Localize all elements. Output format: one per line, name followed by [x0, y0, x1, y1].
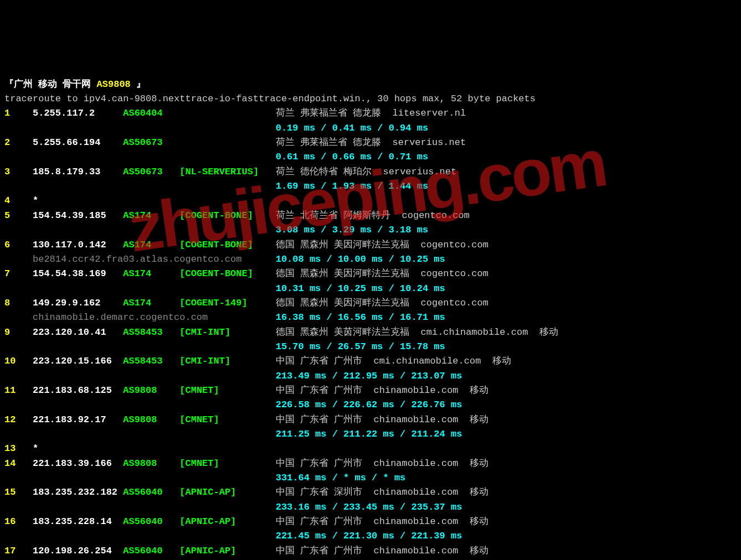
- hop-location: 中国 广东省 广州市 chinamobile.com 移动: [276, 516, 488, 527]
- hop-location: 中国 广东省 广州市 cmi.chinamobile.com 移动: [276, 356, 511, 366]
- hop-tag: [COGENT-BONE]: [179, 268, 275, 279]
- hop-num: 8: [4, 298, 33, 308]
- hop-num: 10: [4, 356, 33, 366]
- header-prefix: 『广州 移动 骨干网: [4, 79, 91, 90]
- hop-latency: 0.61 ms / 0.66 ms / 0.71 ms: [276, 152, 428, 162]
- hop-latency: 10.08 ms / 10.00 ms / 10.25 ms: [276, 254, 445, 265]
- hop-ip: 185.8.179.33: [33, 167, 123, 177]
- hop-ip: 149.29.9.162: [33, 298, 123, 308]
- hop-location: 荷兰 弗莱福兰省 德龙滕 serverius.net: [276, 137, 466, 148]
- hop-asn: AS56040: [123, 546, 179, 556]
- hop-num: 4: [4, 195, 33, 206]
- hop-ip: 223.120.15.166: [33, 356, 123, 366]
- hop-latency: 213.49 ms / 212.95 ms / 213.07 ms: [276, 371, 462, 381]
- hop-location: 中国 广东省 广州市 chinamobile.com 移动: [276, 414, 488, 425]
- hop-tag: [APNIC-AP]: [179, 516, 275, 527]
- hop-asn: AS60404: [123, 108, 179, 118]
- hop-asn: AS58453: [123, 327, 179, 338]
- hop-num: 9: [4, 327, 33, 338]
- hop-num: 5: [4, 210, 33, 221]
- hop-latency: 3.08 ms / 3.29 ms / 3.18 ms: [276, 225, 428, 235]
- hop-rdns: be2814.ccr42.fra03.atlas.cogentco.com: [33, 254, 241, 265]
- hop-location: 荷兰 德伦特省 梅珀尔 serverius.net: [276, 167, 456, 177]
- hop-ip: 221.183.39.166: [33, 458, 123, 469]
- hop-num: 11: [4, 385, 33, 396]
- hop-ip: *: [33, 195, 123, 206]
- hop-location: 中国 广东省 广州市 chinamobile.com 移动: [276, 385, 488, 396]
- hop-location: 中国 广东省 广州市 chinamobile.com 移动: [276, 546, 488, 556]
- hop-location: 德国 黑森州 美茵河畔法兰克福 cmi.chinamobile.com 移动: [276, 327, 558, 338]
- hop-ip: 5.255.66.194: [33, 137, 123, 148]
- traceroute-cmd: traceroute to ipv4.can-9808.nexttrace-io…: [4, 94, 536, 104]
- hop-tag: [CMNET]: [179, 458, 275, 469]
- hop-location: 德国 黑森州 美因河畔法兰克福 cogentco.com: [276, 298, 488, 308]
- hop-tag: [COGENT-149]: [179, 298, 275, 308]
- hop-latency: 233.16 ms / 233.45 ms / 235.37 ms: [276, 502, 462, 512]
- hop-asn: AS174: [123, 268, 179, 279]
- header-suffix: 』: [136, 79, 146, 90]
- hop-ip: 221.183.68.125: [33, 385, 123, 396]
- hop-latency: 15.70 ms / 26.57 ms / 15.78 ms: [276, 341, 445, 352]
- hop-num: 17: [4, 546, 33, 556]
- hop-ip: 223.120.10.41: [33, 327, 123, 338]
- hop-num: 6: [4, 240, 33, 250]
- hop-latency: 226.58 ms / 226.62 ms / 226.76 ms: [276, 400, 462, 410]
- hop-ip: 154.54.38.169: [33, 268, 123, 279]
- hop-ip: *: [33, 443, 123, 454]
- hop-latency: 1.69 ms / 1.93 ms / 1.44 ms: [276, 181, 428, 191]
- hop-ip: 183.235.232.182: [33, 487, 123, 497]
- header-asn: AS9808: [91, 79, 136, 90]
- hop-asn: AS174: [123, 240, 179, 250]
- hop-latency: 211.25 ms / 211.22 ms / 211.24 ms: [276, 429, 462, 439]
- hop-num: 16: [4, 516, 33, 527]
- hop-asn: AS50673: [123, 167, 179, 177]
- hop-tag: [CMNET]: [179, 414, 275, 425]
- hop-asn: AS56040: [123, 487, 179, 497]
- hop-latency: 10.31 ms / 10.25 ms / 10.24 ms: [276, 283, 445, 294]
- hop-num: 1: [4, 108, 33, 118]
- hop-ip: 154.54.39.185: [33, 210, 123, 221]
- hop-tag: [CMI-INT]: [179, 356, 275, 366]
- hop-location: 中国 广东省 广州市 chinamobile.com 移动: [276, 458, 488, 469]
- hop-num: 7: [4, 268, 33, 279]
- hop-ip: 221.183.92.17: [33, 414, 123, 425]
- hop-num: 14: [4, 458, 33, 469]
- hop-location: 德国 黑森州 美因河畔法兰克福 cogentco.com: [276, 240, 488, 250]
- hop-asn: AS9808: [123, 458, 179, 469]
- hop-num: 13: [4, 443, 33, 454]
- terminal-output: 『广州 移动 骨干网 AS9808 』 traceroute to ipv4.c…: [4, 77, 737, 560]
- hop-tag: [CMI-INT]: [179, 327, 275, 338]
- hop-asn: AS9808: [123, 414, 179, 425]
- hop-asn: AS50673: [123, 137, 179, 148]
- hop-ip: 130.117.0.142: [33, 240, 123, 250]
- hop-rdns: chinamobile.demarc.cogentco.com: [33, 312, 208, 323]
- hop-latency: 16.38 ms / 16.56 ms / 16.71 ms: [276, 312, 445, 323]
- hop-tag: [APNIC-AP]: [179, 546, 275, 556]
- hop-tag: [COGENT-BONE]: [179, 240, 275, 250]
- hop-ip: 5.255.117.2: [33, 108, 123, 118]
- hop-latency: 0.19 ms / 0.41 ms / 0.94 ms: [276, 123, 428, 133]
- hop-location: 中国 广东省 深圳市 chinamobile.com 移动: [276, 487, 488, 497]
- hop-tag: [COGENT-BONE]: [179, 210, 275, 221]
- hop-asn: AS9808: [123, 385, 179, 396]
- hop-ip: 120.198.26.254: [33, 546, 123, 556]
- hop-latency: 221.45 ms / 221.30 ms / 221.39 ms: [276, 531, 462, 541]
- hop-asn: AS174: [123, 210, 179, 221]
- hop-num: 12: [4, 414, 33, 425]
- hop-location: 荷兰 北荷兰省 阿姆斯特丹 cogentco.com: [276, 210, 470, 221]
- hop-tag: [APNIC-AP]: [179, 487, 275, 497]
- hop-ip: 183.235.228.14: [33, 516, 123, 527]
- hop-tag: [CMNET]: [179, 385, 275, 396]
- hop-asn: AS58453: [123, 356, 179, 366]
- hop-tag: [NL-SERVERIUS]: [179, 167, 275, 177]
- hop-num: 15: [4, 487, 33, 497]
- hop-asn: AS174: [123, 298, 179, 308]
- hop-latency: 331.64 ms / * ms / * ms: [276, 473, 406, 483]
- hop-num: 2: [4, 137, 33, 148]
- hop-asn: AS56040: [123, 516, 179, 527]
- hop-location: 荷兰 弗莱福兰省 德龙滕 liteserver.nl: [276, 108, 466, 118]
- hop-location: 德国 黑森州 美因河畔法兰克福 cogentco.com: [276, 268, 488, 279]
- hop-num: 3: [4, 167, 33, 177]
